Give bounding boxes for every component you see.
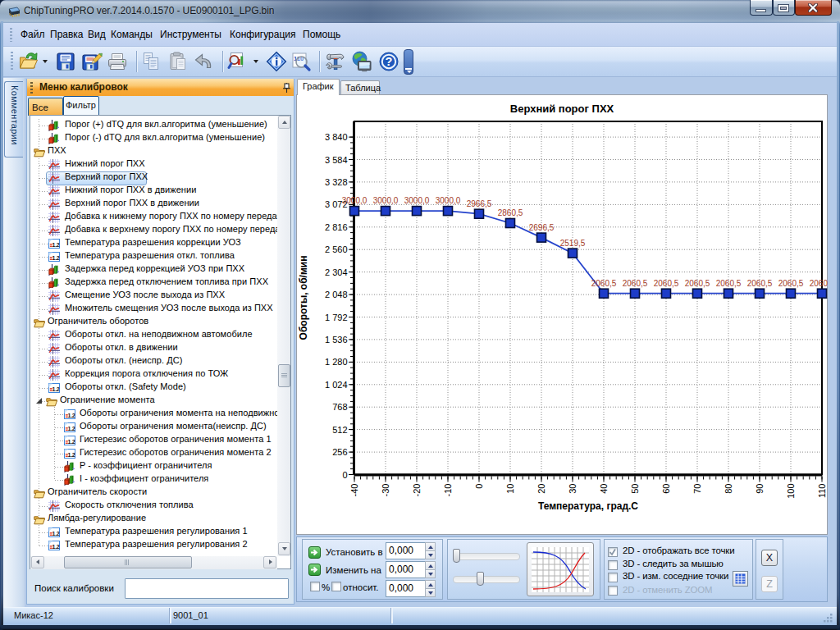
svg-text:40: 40 <box>599 484 609 494</box>
svg-text:1.2: 1.2 <box>52 242 60 248</box>
svg-text:2060,5: 2060,5 <box>685 279 710 288</box>
svg-text:2966,5: 2966,5 <box>467 199 492 208</box>
svg-text:50: 50 <box>630 484 640 494</box>
svg-text:70: 70 <box>692 484 702 494</box>
svg-text:3 328: 3 328 <box>325 177 348 187</box>
svg-text:60: 60 <box>661 484 671 494</box>
svg-text:3 840: 3 840 <box>325 132 348 142</box>
svg-text:1.2: 1.2 <box>52 531 60 536</box>
svg-text:1.2: 1.2 <box>52 386 60 392</box>
svg-text:2 304: 2 304 <box>325 267 348 277</box>
svg-text:Обороты, об/мин: Обороты, об/мин <box>298 256 309 340</box>
svg-text:2060,5: 2060,5 <box>623 279 648 288</box>
svg-text:30: 30 <box>568 484 578 494</box>
svg-text:2060,5: 2060,5 <box>654 279 679 288</box>
svg-text:3 584: 3 584 <box>325 155 348 165</box>
svg-text:100: 100 <box>786 484 796 499</box>
svg-text:1 280: 1 280 <box>325 357 348 367</box>
svg-text:20: 20 <box>536 484 546 494</box>
svg-text:2519,5: 2519,5 <box>560 239 586 248</box>
svg-text:-30: -30 <box>381 484 390 497</box>
svg-text:3000,0: 3000,0 <box>436 196 461 205</box>
svg-text:-10: -10 <box>443 484 453 497</box>
svg-text:Верхний порог ПХХ: Верхний порог ПХХ <box>510 103 614 115</box>
svg-text:1 792: 1 792 <box>325 313 348 322</box>
svg-text:?: ? <box>386 55 393 68</box>
svg-text:3000,0: 3000,0 <box>342 196 368 205</box>
svg-text:1 024: 1 024 <box>325 380 348 390</box>
svg-text:1.2: 1.2 <box>52 544 60 550</box>
svg-text:1 536: 1 536 <box>325 335 348 345</box>
svg-text:Температура, град.С: Температура, град.С <box>538 500 638 512</box>
svg-text:3000,0: 3000,0 <box>373 196 399 205</box>
svg-text:768: 768 <box>332 402 347 412</box>
svg-text:-40: -40 <box>349 484 359 497</box>
svg-text:2 816: 2 816 <box>325 222 348 232</box>
svg-text:256: 256 <box>332 447 347 457</box>
svg-text:2060,5: 2060,5 <box>778 279 804 288</box>
svg-text:80: 80 <box>724 484 733 494</box>
svg-text:3000,0: 3000,0 <box>404 196 430 205</box>
svg-text:2060,5: 2060,5 <box>591 279 617 288</box>
svg-text:110: 110 <box>817 484 827 499</box>
svg-text:2860,5: 2860,5 <box>498 208 523 217</box>
svg-text:2060,5: 2060,5 <box>716 279 742 288</box>
svg-text:1.2: 1.2 <box>52 255 60 261</box>
svg-text:1.2: 1.2 <box>68 413 75 418</box>
svg-text:1.2: 1.2 <box>68 426 75 431</box>
svg-text:2060,5: 2060,5 <box>747 279 773 288</box>
svg-text:1.2: 1.2 <box>68 439 75 445</box>
svg-text:2 048: 2 048 <box>325 290 348 299</box>
svg-text:2696,5: 2696,5 <box>529 223 555 232</box>
svg-text:2060,5: 2060,5 <box>810 279 828 288</box>
svg-text:0: 0 <box>474 484 484 489</box>
svg-text:512: 512 <box>332 425 347 435</box>
svg-text:1.2: 1.2 <box>68 452 75 458</box>
svg-text:90: 90 <box>755 484 765 494</box>
svg-text:2 560: 2 560 <box>325 244 348 254</box>
svg-text:10: 10 <box>505 484 515 494</box>
svg-text:-20: -20 <box>412 484 422 497</box>
svg-text:0: 0 <box>342 470 347 480</box>
